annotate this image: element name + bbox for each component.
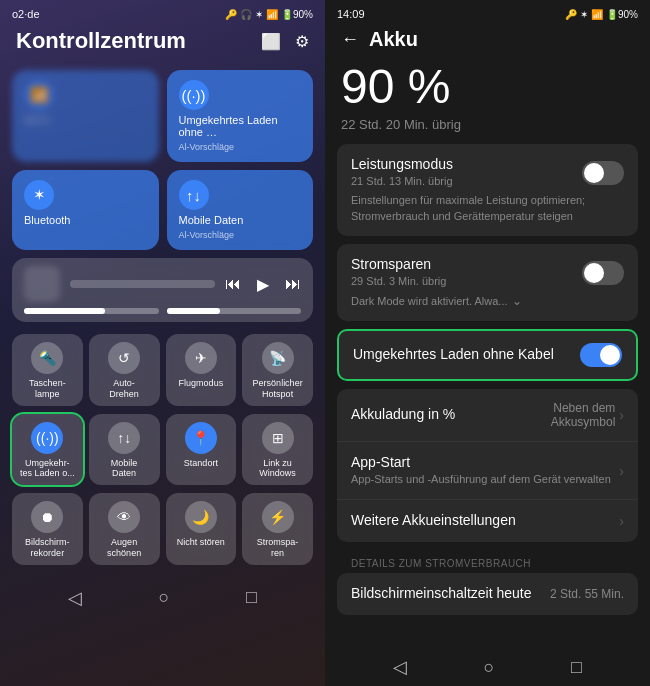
location-label: Standort (184, 458, 218, 469)
location-tile[interactable]: 📍 Standort (166, 414, 237, 486)
leistungsmodus-item[interactable]: Leistungsmodus 21 Std. 13 Min. übrig Ein… (337, 144, 638, 236)
nav-bar-left: ◁ ○ □ (0, 575, 325, 617)
auto-rotate-tile[interactable]: ↺ Auto-Drehen (89, 334, 160, 406)
wifi-icon: 📶 (24, 80, 54, 110)
wireless-charge-settings-toggle[interactable] (580, 343, 622, 367)
battery-saver-icon: ⚡ (262, 501, 294, 533)
next-track-icon[interactable]: ⏭ (285, 275, 301, 294)
back-nav-right[interactable]: ◁ (393, 656, 407, 678)
song-title-blurred (70, 280, 215, 288)
media-buttons: ⏮ ▶ ⏭ (225, 275, 301, 294)
flashlight-icon: 🔦 (31, 342, 63, 374)
hotspot-label: PersönlicherHotspot (253, 378, 303, 400)
signal-icon-right: 📶 (591, 9, 603, 20)
stromsparen-desc: Dark Mode wird aktiviert. Alwa... (351, 294, 508, 309)
recents-nav-right[interactable]: □ (571, 657, 582, 678)
mobile-data-icon: ↑↓ (179, 180, 209, 210)
status-bar-left: o2·de 🔑 🎧 ✶ 📶 🔋90% (0, 0, 325, 24)
screen-time-title: Bildschirmeinschaltzeit heute (351, 585, 532, 601)
edit-icon[interactable]: ⬜ (261, 32, 281, 51)
details-section-label: DETAILS ZUM STROMVERBRAUCH (337, 550, 638, 573)
airplane-icon: ✈ (185, 342, 217, 374)
bt-icon-right: ✶ (580, 9, 588, 20)
battery-saver-tile[interactable]: ⚡ Stromspa-ren (242, 493, 313, 565)
control-center-title: Kontrollzentrum (16, 28, 186, 54)
windows-link-label: Link zuWindows (259, 458, 296, 480)
back-nav-left[interactable]: ◁ (68, 587, 82, 609)
top-bar-left: Kontrollzentrum ⬜ ⚙ (0, 24, 325, 62)
battery-percent: 90 % (325, 59, 650, 115)
wifi-label: Wi-Fi (24, 114, 147, 126)
quick-actions-grid: 🔦 Taschen-lampe ↺ Auto-Drehen ✈ Flugmodu… (0, 330, 325, 410)
sliders-row (24, 308, 301, 314)
play-icon[interactable]: ▶ (257, 275, 269, 294)
media-row: ⏮ ▶ ⏭ (0, 258, 325, 322)
app-start-subtitle: App-Starts und -Ausführung auf dem Gerät… (351, 472, 611, 487)
windows-link-tile[interactable]: ⊞ Link zuWindows (242, 414, 313, 486)
wireless-charge-quick-label: Umgekehr-tes Laden o... (20, 458, 75, 480)
wireless-charge-settings-item[interactable]: Umgekehrtes Laden ohne Kabel (337, 329, 638, 381)
app-start-item[interactable]: App-Start App-Starts und -Ausführung auf… (337, 442, 638, 500)
mobile-data-quick-tile[interactable]: ↑↓ MobileDaten (89, 414, 160, 486)
flashlight-tile[interactable]: 🔦 Taschen-lampe (12, 334, 83, 406)
lock-icon-right: 🔑 (565, 9, 577, 20)
recents-nav-left[interactable]: □ (246, 587, 257, 608)
settings-icon[interactable]: ⚙ (295, 32, 309, 51)
windows-link-icon: ⊞ (262, 422, 294, 454)
dnd-icon: 🌙 (185, 501, 217, 533)
weitere-title: Weitere Akkueinstellungen (351, 512, 516, 528)
expand-icon[interactable]: ⌄ (512, 294, 522, 308)
mobile-data-quick-icon: ↑↓ (108, 422, 140, 454)
eye-comfort-label: Augenschönen (107, 537, 141, 559)
home-nav-left[interactable]: ○ (159, 587, 170, 608)
mobile-data-tile[interactable]: ↑↓ Mobile Daten Al-Vorschläge (167, 170, 314, 250)
media-tile: ⏮ ▶ ⏭ (12, 258, 313, 322)
airplane-label: Flugmodus (179, 378, 224, 389)
stromsparen-item[interactable]: Stromsparen 29 Std. 3 Min. übrig Dark Mo… (337, 244, 638, 321)
wireless-charge-settings-inner[interactable]: Umgekehrtes Laden ohne Kabel (339, 331, 636, 379)
hotspot-tile[interactable]: 📡 PersönlicherHotspot (242, 334, 313, 406)
status-icons-right: 🔑 ✶ 📶 🔋90% (565, 9, 638, 20)
wireless-charge-sublabel: Al-Vorschläge (179, 142, 302, 152)
wireless-charge-settings-title: Umgekehrtes Laden ohne Kabel (353, 346, 554, 362)
akkuladung-value: Neben demAkkusymbol (551, 401, 616, 429)
status-icons-left: 🔑 🎧 ✶ 📶 🔋90% (225, 9, 313, 20)
stromsparen-toggle[interactable] (582, 261, 624, 285)
leistungsmodus-toggle[interactable] (582, 161, 624, 185)
wireless-charge-tile[interactable]: ((·)) Umgekehrtes Laden ohne … Al-Vorsch… (167, 70, 314, 162)
brightness-slider[interactable] (24, 308, 159, 314)
home-nav-right[interactable]: ○ (484, 657, 495, 678)
screen-time-item[interactable]: Bildschirmeinschaltzeit heute 2 Std. 55 … (337, 573, 638, 615)
stromsparen-subtitle: 29 Std. 3 Min. übrig (351, 274, 446, 289)
dnd-tile[interactable]: 🌙 Nicht stören (166, 493, 237, 565)
leistungsmodus-title: Leistungsmodus (351, 156, 453, 172)
airplane-tile[interactable]: ✈ Flugmodus (166, 334, 237, 406)
akkuladung-chevron: › (619, 407, 624, 423)
header-right: ← Akku (325, 24, 650, 59)
quick-actions-grid-2: ((·)) Umgekehr-tes Laden o... ↑↓ MobileD… (0, 410, 325, 490)
main-tiles-grid: 📶 Wi-Fi ((·)) Umgekehrtes Laden ohne … A… (0, 62, 325, 258)
settings-list: Leistungsmodus 21 Std. 13 Min. übrig Ein… (325, 144, 650, 644)
bluetooth-tile[interactable]: ✶ Bluetooth (12, 170, 159, 250)
screen-time-value: 2 Std. 55 Min. (550, 587, 624, 601)
screen-recorder-label: Bildschirm-rekorder (25, 537, 70, 559)
mobile-data-quick-label: MobileDaten (111, 458, 138, 480)
back-button-right[interactable]: ← (341, 29, 359, 50)
hotspot-icon: 📡 (262, 342, 294, 374)
battery-settings-section: Akkuladung in % Neben demAkkusymbol › Ap… (337, 389, 638, 542)
right-panel: 14:09 🔑 ✶ 📶 🔋90% ← Akku 90 % 22 Std. 20 … (325, 0, 650, 686)
media-controls: ⏮ ▶ ⏭ (24, 266, 301, 302)
screen-recorder-tile[interactable]: ⏺ Bildschirm-rekorder (12, 493, 83, 565)
weitere-item[interactable]: Weitere Akkueinstellungen › (337, 500, 638, 542)
auto-rotate-icon: ↺ (108, 342, 140, 374)
eye-comfort-tile[interactable]: 👁 Augenschönen (89, 493, 160, 565)
wireless-charge-quick-tile[interactable]: ((·)) Umgekehr-tes Laden o... (12, 414, 83, 486)
stromsparen-section: Stromsparen 29 Std. 3 Min. übrig Dark Mo… (337, 244, 638, 321)
wifi-tile[interactable]: 📶 Wi-Fi (12, 70, 159, 162)
akkuladung-item[interactable]: Akkuladung in % Neben demAkkusymbol › (337, 389, 638, 442)
auto-rotate-label: Auto-Drehen (109, 378, 139, 400)
volume-slider[interactable] (167, 308, 302, 314)
top-bar-icons: ⬜ ⚙ (261, 32, 309, 51)
screen-recorder-icon: ⏺ (31, 501, 63, 533)
prev-track-icon[interactable]: ⏮ (225, 275, 241, 294)
